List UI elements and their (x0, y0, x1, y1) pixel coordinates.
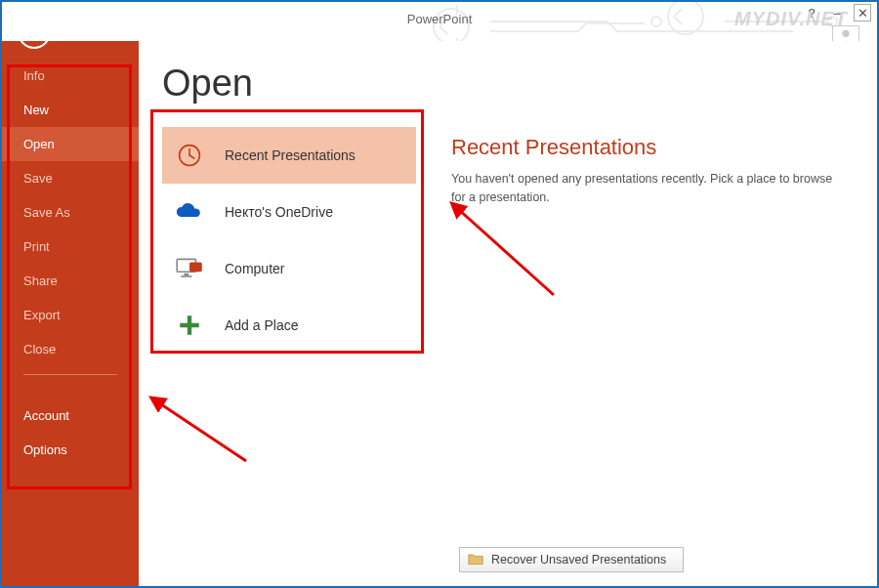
account-avatar[interactable] (832, 25, 859, 41)
sidebar-item-close[interactable]: Close (2, 332, 139, 366)
sidebar-item-options[interactable]: Options (2, 433, 139, 467)
svg-rect-7 (184, 273, 188, 275)
computer-icon (170, 249, 209, 288)
title-bar: PowerPoint ? – ✕ (2, 2, 877, 41)
sidebar-item-export[interactable]: Export (2, 298, 139, 332)
window-title: PowerPoint (407, 12, 472, 26)
clock-icon (170, 136, 209, 175)
svg-rect-9 (189, 263, 202, 273)
backstage-sidebar: Info New Open Save Save As Print Share E… (2, 2, 139, 586)
circuit-decoration-icon (139, 2, 877, 41)
add-place-icon (170, 306, 209, 345)
page-heading: Open (162, 63, 253, 105)
svg-rect-8 (181, 275, 191, 277)
sidebar-separator (23, 374, 117, 375)
sidebar-item-open[interactable]: Open (2, 127, 139, 161)
help-button[interactable]: ? (803, 4, 820, 21)
sidebar-item-account[interactable]: Account (2, 399, 139, 433)
sidebar-item-save-as[interactable]: Save As (2, 195, 139, 230)
detail-panel: Recent Presentations You haven't opened … (451, 135, 865, 207)
sidebar-item-save[interactable]: Save (2, 161, 139, 195)
place-label: Некто's OneDrive (225, 204, 333, 220)
sidebar-item-new[interactable]: New (2, 93, 139, 127)
app-window: Info New Open Save Save As Print Share E… (0, 0, 879, 588)
recover-label: Recover Unsaved Presentations (491, 553, 666, 567)
place-add[interactable]: Add a Place (162, 297, 416, 354)
detail-message: You haven't opened any presentations rec… (451, 170, 842, 207)
close-button[interactable]: ✕ (854, 4, 871, 21)
svg-point-2 (668, 2, 703, 34)
place-label: Computer (225, 261, 284, 276)
detail-heading: Recent Presentations (451, 135, 865, 160)
sidebar-nav: Info New Open Save Save As Print Share E… (2, 59, 139, 467)
minimize-button[interactable]: – (828, 4, 846, 21)
sidebar-item-share[interactable]: Share (2, 264, 139, 298)
recover-unsaved-button[interactable]: Recover Unsaved Presentations (459, 547, 684, 572)
folder-icon (468, 552, 483, 568)
window-controls: ? – ✕ (803, 4, 871, 21)
place-onedrive[interactable]: Некто's OneDrive (162, 184, 416, 240)
sidebar-item-info[interactable]: Info (2, 59, 139, 93)
main-panel: Open Recent Presentations Некто's OneDri… (139, 41, 877, 586)
svg-point-4 (842, 30, 849, 37)
onedrive-icon (170, 192, 209, 231)
place-recent[interactable]: Recent Presentations (162, 127, 416, 184)
places-list: Recent Presentations Некто's OneDrive Co… (162, 127, 416, 354)
sidebar-item-print[interactable]: Print (2, 230, 139, 264)
place-label: Recent Presentations (225, 147, 356, 163)
place-computer[interactable]: Computer (162, 240, 416, 297)
place-label: Add a Place (225, 317, 299, 333)
svg-point-1 (651, 17, 661, 26)
